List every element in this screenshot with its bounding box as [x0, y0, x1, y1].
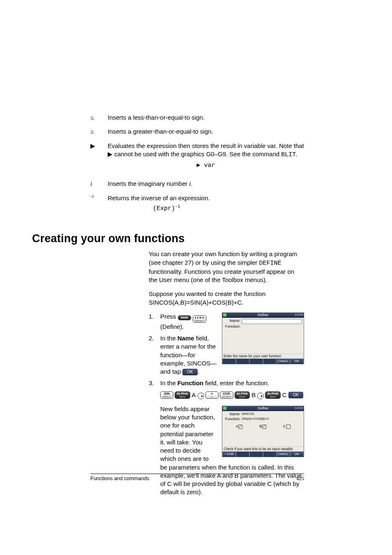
home-icon-2: [223, 407, 226, 410]
symbol-ge-desc: Inserts a greater-than-or-equal-to sign.: [108, 127, 304, 136]
suppose-paragraph: Suppose you wanted to create the functio…: [149, 290, 304, 307]
symbol-inverse-desc: Returns the inverse of an expression. (E…: [108, 194, 304, 220]
shift-key: Shift: [178, 315, 191, 320]
sin-key: SINASIN G: [160, 391, 173, 399]
cursor-right-1: [198, 393, 204, 399]
footer-page-number: 425: [296, 475, 304, 482]
alpha-key-3: ALPHAalpha: [265, 391, 281, 399]
section-heading: Creating your own functions: [32, 231, 304, 246]
char-a: A: [192, 391, 196, 399]
symbol-store: ▶: [90, 142, 108, 174]
char-c: C: [282, 391, 287, 399]
shot2-param-b: B: [259, 425, 266, 429]
ok-softkey-2: OK: [288, 392, 303, 398]
step-1: Press Shift x t θ nDefine 0 (Define).: [149, 312, 304, 331]
cos-key: COSACOS H: [220, 391, 233, 399]
shot2-menu-empty2: .: [249, 451, 263, 457]
symbol-i-desc: Inserts the imaginary number i.: [108, 180, 304, 188]
shot2-function-value: SIN(A)+COS(B)+C: [242, 417, 269, 421]
screenshot2-time: 14:09: [295, 407, 303, 410]
alpha-key-1: ALPHAalpha: [175, 391, 190, 399]
char-b: B: [251, 391, 256, 399]
define-key: x t θ nDefine 0: [193, 315, 206, 323]
symbol-store-desc: Evaluates the expression then stores the…: [108, 142, 304, 174]
symbol-i: i: [90, 180, 108, 188]
shot2-name-label: Name:: [224, 412, 240, 416]
shot2-menu-chk: ✓CHK: [222, 451, 236, 457]
shot2-menu-empty1: .: [236, 451, 249, 457]
shot2-hint: Check if you want this to be an input va…: [222, 446, 304, 451]
symbol-inverse: -1: [90, 194, 108, 220]
ok-softkey-1: OK: [182, 369, 197, 375]
inverse-example: (Expr)-1: [153, 205, 304, 213]
shot2-menu-ok: OK: [290, 451, 304, 457]
symbol-le-desc: Inserts a less-than-or-equal-to sign.: [108, 113, 304, 122]
cursor-right-2: [257, 393, 264, 399]
shot2-name-value: SINCOS: [242, 412, 254, 416]
store-glyph-inline: ▶: [108, 150, 113, 157]
shot2-menu-cancel: CANCL: [277, 451, 290, 457]
shot2-param-c: C: [283, 425, 291, 429]
key-sequence: SINASIN G ALPHAalpha A +{ } COSACOS H AL…: [160, 391, 304, 399]
intro-paragraph: You can create your own function by writ…: [149, 250, 304, 284]
symbol-le: ≤: [90, 113, 108, 122]
store-example: ▶ var: [108, 162, 304, 170]
step-2: In the Name field, enter a name for the …: [149, 334, 304, 376]
screenshot2-title: Define: [258, 407, 268, 411]
shot2-function-label: Function:: [224, 417, 240, 421]
symbol-ge: ≥: [90, 127, 108, 136]
alpha-key-2: ALPHAalpha: [235, 391, 250, 399]
define-screenshot-2: Define 14:09 Name: SINCOS Function: SIN(…: [222, 406, 304, 457]
shot2-param-a: A: [235, 425, 242, 429]
shot2-menu-empty3: .: [263, 451, 277, 457]
plus-key: +{ }: [205, 391, 219, 399]
footer-left: Functions and commands: [90, 475, 149, 482]
